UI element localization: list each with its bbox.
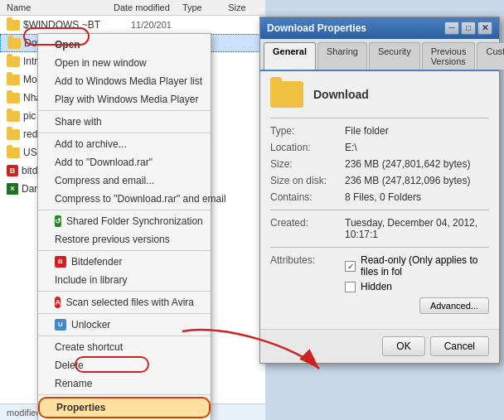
- tab-security[interactable]: Security: [369, 42, 420, 70]
- created-label: Created:: [270, 217, 345, 240]
- dialog-title: Download Properties: [267, 22, 366, 34]
- dialog-footer: OK Cancel: [260, 329, 499, 363]
- created-value: Tuesday, December 04, 2012, 10:17:1: [345, 217, 489, 240]
- ctx-item-label: Rename: [55, 378, 92, 389]
- location-label: Location:: [270, 142, 345, 153]
- tab-sharing[interactable]: Sharing: [317, 42, 367, 70]
- explorer-row[interactable]: $WINDOWS.~BT11/20/201: [0, 16, 265, 34]
- ctx-item-label: Bitdefender: [71, 256, 122, 268]
- contains-label: Contains:: [270, 191, 345, 203]
- properties-dialog: Download Properties ─ □ ✕ GeneralSharing…: [259, 17, 500, 364]
- ctx-item-add-to-downloadrar[interactable]: Add to "Download.rar": [38, 153, 211, 171]
- folder-header: Download: [270, 81, 489, 108]
- ctx-item-restore-previous-versions[interactable]: Restore previous versions: [38, 230, 211, 249]
- ctx-item-compress-to-downloadrar-and-email[interactable]: Compress to "Download.rar" and email: [38, 190, 211, 208]
- ctx-item-rename[interactable]: Rename: [38, 374, 211, 393]
- tab-previous-versions[interactable]: Previous Versions: [422, 42, 476, 70]
- ctx-item-label: Compress to "Download.rar" and email: [55, 193, 226, 205]
- column-name: Name: [7, 2, 114, 12]
- ctx-item-include-in-library[interactable]: Include in library: [38, 271, 211, 289]
- ok-button[interactable]: OK: [382, 336, 424, 356]
- minimize-button[interactable]: ─: [444, 22, 459, 35]
- ctx-item-label: Add to "Download.rar": [55, 157, 153, 168]
- ctx-item-label: Play with Windows Media Player: [55, 94, 198, 105]
- size-value: 236 MB (247,801,642 bytes): [345, 158, 489, 170]
- dialog-titlebar: Download Properties ─ □ ✕: [260, 17, 499, 39]
- ctx-item-open[interactable]: Open: [38, 36, 211, 54]
- ctx-item-compress-and-email[interactable]: Compress and email...: [38, 171, 211, 190]
- ctx-item-label: Add to Windows Media Player list: [55, 75, 202, 87]
- ctx-item-play-with-windows-media-player[interactable]: Play with Windows Media Player: [38, 90, 211, 109]
- hidden-row: Hidden: [345, 281, 489, 292]
- type-row: Type: File folder: [270, 125, 489, 137]
- dialog-tabs[interactable]: GeneralSharingSecurityPrevious VersionsC…: [260, 39, 499, 71]
- contains-value: 8 Files, 0 Folders: [345, 191, 489, 203]
- location-value: E:\: [345, 142, 489, 153]
- advanced-button[interactable]: Advanced...: [419, 297, 489, 314]
- folder-icon: [7, 56, 20, 67]
- tab-general[interactable]: General: [264, 42, 316, 70]
- type-value: File folder: [345, 125, 489, 137]
- ctx-item-properties[interactable]: Properties: [38, 397, 211, 418]
- ctx-item-add-to-windows-media-player-list[interactable]: Add to Windows Media Player list: [38, 72, 211, 90]
- row-name: $WINDOWS.~BT: [23, 19, 131, 31]
- ctx-item-bitdefender[interactable]: BBitdefender: [38, 253, 211, 271]
- titlebar-buttons: ─ □ ✕: [444, 22, 492, 35]
- ctx-divider: [38, 133, 211, 133]
- context-menu[interactable]: OpenOpen in new windowAdd to Windows Med…: [37, 33, 211, 420]
- ctx-item-share-with[interactable]: Share with: [38, 113, 211, 131]
- hidden-checkbox[interactable]: [345, 282, 356, 292]
- ctx-divider: [38, 110, 211, 111]
- readonly-checkbox[interactable]: [345, 261, 356, 272]
- ctx-item-open-in-new-window[interactable]: Open in new window: [38, 54, 211, 72]
- attributes-row: Attributes: Read-only (Only applies to f…: [270, 254, 489, 314]
- contains-row: Contains: 8 Files, 0 Folders: [270, 191, 489, 203]
- ctx-divider: [38, 336, 211, 336]
- folder-icon: [7, 93, 20, 104]
- tab-custo[interactable]: Custo: [477, 42, 504, 70]
- divider3: [270, 247, 489, 248]
- size-disk-label: Size on disk:: [270, 175, 345, 186]
- cancel-button[interactable]: Cancel: [430, 336, 489, 356]
- ctx-item-create-shortcut[interactable]: Create shortcut: [38, 338, 211, 356]
- divider2: [270, 210, 489, 210]
- ctx-item-label: Open: [55, 39, 80, 51]
- readonly-row: Read-only (Only applies to files in fol: [345, 254, 489, 278]
- ctx-item-label: Create shortcut: [55, 341, 123, 353]
- readonly-label: Read-only (Only applies to files in fol: [361, 254, 489, 278]
- ctx-divider: [38, 250, 211, 251]
- ctx-item-label: Share with: [55, 116, 102, 128]
- row-date: 11/20/201: [131, 20, 206, 30]
- column-type: Type: [182, 2, 228, 12]
- ctx-item-label: Add to archive...: [55, 138, 127, 150]
- ctx-item-label: Restore previous versions: [55, 234, 170, 245]
- attributes-label: Attributes:: [270, 254, 345, 314]
- ctx-item-label: Scan selected files with Avira: [65, 297, 194, 308]
- ctx-divider: [38, 313, 211, 314]
- divider: [270, 118, 489, 118]
- created-row: Created: Tuesday, December 04, 2012, 10:…: [270, 217, 489, 240]
- ctx-item-label: Unlocker: [71, 319, 110, 331]
- ctx-unlocker-icon: U: [55, 319, 66, 331]
- maximize-button[interactable]: □: [461, 22, 476, 35]
- size-disk-row: Size on disk: 236 MB (247,812,096 bytes): [270, 175, 489, 186]
- ctx-divider: [38, 291, 211, 292]
- close-button[interactable]: ✕: [477, 22, 492, 35]
- folder-icon-large: [270, 81, 303, 108]
- size-label: Size:: [270, 158, 345, 170]
- folder-icon: [7, 111, 20, 122]
- ctx-item-label: Open in new window: [55, 57, 147, 69]
- type-label: Type:: [270, 125, 345, 137]
- ctx-item-shared-folder-synchronization[interactable]: ↺Shared Folder Synchronization: [38, 212, 211, 230]
- ctx-divider: [38, 210, 211, 210]
- folder-icon: [7, 75, 20, 85]
- ctx-item-add-to-archive[interactable]: Add to archive...: [38, 135, 211, 153]
- ctx-sync-icon: ↺: [55, 215, 61, 227]
- ctx-item-delete[interactable]: Delete: [38, 356, 211, 374]
- folder-icon: [7, 38, 21, 49]
- ctx-divider: [38, 394, 211, 395]
- ctx-item-scan-selected-files-with-avira[interactable]: AScan selected files with Avira: [38, 293, 211, 311]
- ctx-item-unlocker[interactable]: UUnlocker: [38, 316, 211, 334]
- folder-icon: [7, 129, 20, 140]
- folder-icon: [7, 147, 20, 158]
